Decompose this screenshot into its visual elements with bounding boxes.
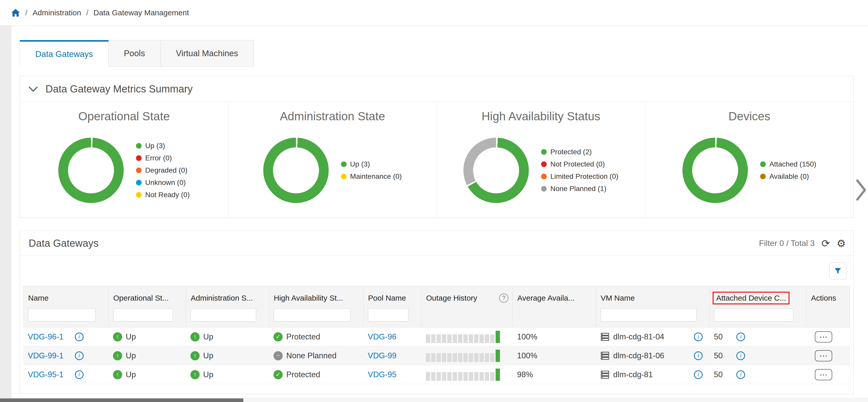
- donut-chart: [58, 138, 124, 203]
- column-header-actions[interactable]: Actions: [806, 286, 850, 327]
- administration-state-text: Up: [203, 370, 213, 379]
- info-icon[interactable]: i: [736, 370, 745, 379]
- tab-bar: Data Gateways Pools Virtual Machines: [20, 40, 868, 67]
- legend-dot: [136, 155, 142, 161]
- up-status-icon: ↑: [113, 332, 122, 341]
- legend-item: Limited Protection (0): [541, 172, 618, 180]
- legend-dot: [341, 161, 347, 167]
- legend-label: Attached (150): [769, 160, 816, 168]
- column-filter-input[interactable]: [601, 308, 696, 322]
- info-icon[interactable]: i: [694, 333, 703, 341]
- gear-icon[interactable]: ⚙: [837, 238, 846, 248]
- info-icon[interactable]: i: [694, 351, 703, 360]
- ha-status-icon: −: [274, 351, 283, 360]
- metric-card-high-availability-status: High Availability Status Protected (2)No…: [437, 102, 645, 217]
- pool-name-link[interactable]: VDG-99: [368, 351, 396, 360]
- tab-pools[interactable]: Pools: [108, 40, 161, 67]
- gateway-name-link[interactable]: VDG-95-1: [28, 370, 64, 379]
- outage-bar: [437, 353, 441, 362]
- gateway-name-link[interactable]: VDG-99-1: [28, 351, 64, 360]
- info-icon[interactable]: i: [694, 370, 703, 379]
- legend-dot: [136, 180, 142, 186]
- column-header-attached-device-c[interactable]: Attached Device C...: [710, 286, 806, 327]
- page-content: Data Gateways Pools Virtual Machines Dat…: [11, 26, 868, 402]
- scrollbar-thumb[interactable]: [0, 398, 243, 402]
- data-gateways-panel: Data Gateways Filter 0 / Total 3 ⟳ ⚙ Nam…: [20, 231, 854, 394]
- table-row: VDG-95-1 i ↑ Up ↑ Up ✓ Protected VDG-95 …: [23, 365, 850, 384]
- table-header-row: Name Operational St... Administration S.…: [23, 286, 850, 327]
- info-icon[interactable]: i: [736, 351, 745, 360]
- filter-button[interactable]: [829, 263, 846, 279]
- table-body: VDG-96-1 i ↑ Up ↑ Up ✓ Protected VDG-96 …: [23, 327, 850, 384]
- outage-bar: [437, 334, 441, 343]
- pool-name-link[interactable]: VDG-96: [368, 332, 396, 341]
- ha-status-text: Protected: [286, 370, 320, 379]
- legend-label: Up (3): [350, 160, 370, 168]
- outage-bar: [485, 353, 489, 362]
- column-header-administration-s[interactable]: Administration S...: [186, 286, 269, 327]
- column-header-label-highlighted: Attached Device C...: [713, 292, 789, 304]
- column-filter-input[interactable]: [113, 308, 173, 322]
- tab-virtual-machines[interactable]: Virtual Machines: [160, 40, 253, 67]
- legend-dot: [341, 174, 347, 179]
- panel-header-tools: Filter 0 / Total 3 ⟳ ⚙: [759, 238, 846, 248]
- column-header-label: Operational St...: [113, 294, 169, 302]
- column-filter-input[interactable]: [28, 308, 96, 322]
- ha-status-text: None Planned: [286, 351, 337, 360]
- column-filter-input[interactable]: [368, 308, 408, 322]
- info-icon[interactable]: i: [736, 333, 745, 341]
- column-header-vm-name[interactable]: VM Name: [596, 286, 710, 327]
- row-actions-button[interactable]: ⋯: [815, 331, 832, 342]
- column-header-operational-st[interactable]: Operational St...: [108, 286, 186, 327]
- ha-status-icon: ✓: [274, 332, 283, 341]
- legend-item: Available (0): [760, 172, 816, 180]
- attached-device-count: 50: [714, 370, 722, 379]
- refresh-icon[interactable]: ⟳: [822, 238, 830, 248]
- horizontal-scrollbar[interactable]: [0, 398, 868, 402]
- average-availability-text: 98%: [517, 370, 533, 379]
- outage-bar-up: [496, 331, 500, 343]
- tab-data-gateways[interactable]: Data Gateways: [20, 40, 108, 67]
- info-icon[interactable]: i: [75, 333, 84, 341]
- home-icon[interactable]: [11, 8, 20, 17]
- row-actions-button[interactable]: ⋯: [815, 350, 832, 361]
- metric-card-body: Up (3)Error (0)Degraded (0)Unknown (0)No…: [20, 133, 228, 207]
- outage-bar: [463, 372, 468, 381]
- outage-bar: [463, 334, 468, 343]
- table: Name Operational St... Administration S.…: [23, 286, 850, 384]
- chevron-down-icon[interactable]: [29, 86, 38, 92]
- carousel-next-button[interactable]: [856, 179, 867, 202]
- metric-card-body: Protected (2)Not Protected (0)Limited Pr…: [437, 133, 645, 207]
- breadcrumb: / Administration / Data Gateway Manageme…: [0, 0, 868, 26]
- info-icon[interactable]: i: [75, 370, 84, 379]
- column-filter-input[interactable]: [274, 308, 350, 322]
- server-icon: [600, 333, 610, 341]
- outage-bar: [469, 334, 473, 343]
- info-icon[interactable]: i: [75, 351, 84, 360]
- legend-dot: [760, 174, 766, 179]
- funnel-icon: [834, 267, 842, 275]
- legend-dot: [760, 161, 766, 167]
- column-filter-input[interactable]: [714, 308, 794, 322]
- gateway-name-link[interactable]: VDG-96-1: [28, 332, 64, 341]
- legend-dot: [541, 149, 547, 155]
- pool-name-link[interactable]: VDG-95: [368, 370, 396, 379]
- metric-card-title: Operational State: [20, 109, 228, 123]
- column-header-pool-name[interactable]: Pool Name: [364, 286, 422, 327]
- outage-bar: [453, 372, 457, 381]
- column-header-outage-history[interactable]: Outage History ?: [422, 286, 513, 327]
- outage-bar: [474, 353, 478, 362]
- help-icon[interactable]: ?: [499, 294, 508, 303]
- vm-name-text: dlm-cdg-81: [613, 370, 653, 379]
- outage-bar: [431, 372, 436, 381]
- outage-bar: [458, 334, 462, 343]
- outage-bar: [474, 372, 478, 381]
- legend-item: Up (3): [136, 142, 190, 150]
- operational-state-text: Up: [126, 332, 136, 341]
- column-filter-input[interactable]: [191, 308, 256, 322]
- breadcrumb-item-administration[interactable]: Administration: [32, 8, 81, 17]
- column-header-name[interactable]: Name: [24, 286, 108, 327]
- column-header-high-availability-st[interactable]: High Availability St...: [269, 286, 364, 327]
- column-header-average-availa[interactable]: Average Availa...: [513, 286, 596, 327]
- row-actions-button[interactable]: ⋯: [815, 369, 832, 380]
